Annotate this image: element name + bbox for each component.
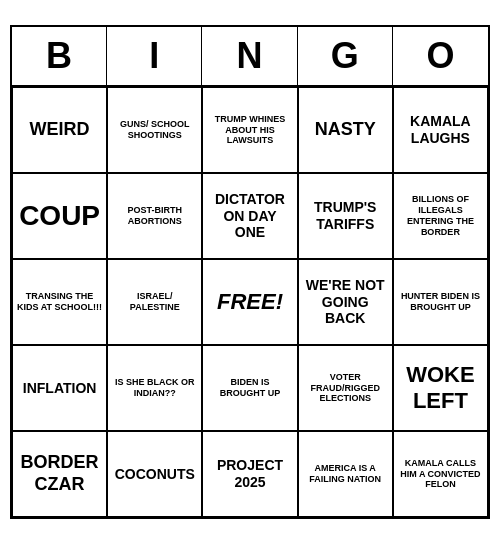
bingo-header: B I N G O — [12, 27, 488, 87]
header-g: G — [298, 27, 393, 85]
cell-free[interactable]: Free! — [202, 259, 297, 345]
cell-11[interactable]: ISRAEL/ PALESTINE — [107, 259, 202, 345]
cell-23[interactable]: AMERICA IS A FAILING NATION — [298, 431, 393, 517]
cell-8[interactable]: TRUMP'S TARIFFS — [298, 173, 393, 259]
bingo-card: B I N G O WEIRD GUNS/ SCHOOL SHOOTINGS T… — [10, 25, 490, 519]
cell-17[interactable]: BIDEN IS BROUGHT UP — [202, 345, 297, 431]
cell-22[interactable]: PROJECT 2025 — [202, 431, 297, 517]
cell-15[interactable]: INFLATION — [12, 345, 107, 431]
cell-24[interactable]: KAMALA CALLS HIM A CONVICTED FELON — [393, 431, 488, 517]
cell-7[interactable]: DICTATOR ON DAY ONE — [202, 173, 297, 259]
cell-9[interactable]: BILLIONS OF ILLEGALS ENTERING THE BORDER — [393, 173, 488, 259]
cell-20[interactable]: BORDER CZAR — [12, 431, 107, 517]
header-o: O — [393, 27, 488, 85]
cell-18[interactable]: VOTER FRAUD/RIGGED ELECTIONS — [298, 345, 393, 431]
bingo-grid: WEIRD GUNS/ SCHOOL SHOOTINGS TRUMP WHINE… — [12, 87, 488, 517]
cell-19[interactable]: WOKE LEFT — [393, 345, 488, 431]
cell-10[interactable]: TRANSING THE KIDS AT SCHOOL!!! — [12, 259, 107, 345]
header-n: N — [202, 27, 297, 85]
cell-16[interactable]: IS SHE BLACK OR INDIAN?? — [107, 345, 202, 431]
cell-0[interactable]: WEIRD — [12, 87, 107, 173]
cell-6[interactable]: POST-BIRTH ABORTIONS — [107, 173, 202, 259]
cell-5[interactable]: COUP — [12, 173, 107, 259]
header-b: B — [12, 27, 107, 85]
cell-1[interactable]: GUNS/ SCHOOL SHOOTINGS — [107, 87, 202, 173]
cell-21[interactable]: COCONUTS — [107, 431, 202, 517]
header-i: I — [107, 27, 202, 85]
cell-13[interactable]: WE'RE NOT GOING BACK — [298, 259, 393, 345]
cell-14[interactable]: HUNTER BIDEN IS BROUGHT UP — [393, 259, 488, 345]
cell-2[interactable]: TRUMP WHINES ABOUT HIS LAWSUITS — [202, 87, 297, 173]
cell-4[interactable]: KAMALA LAUGHS — [393, 87, 488, 173]
cell-3[interactable]: NASTY — [298, 87, 393, 173]
